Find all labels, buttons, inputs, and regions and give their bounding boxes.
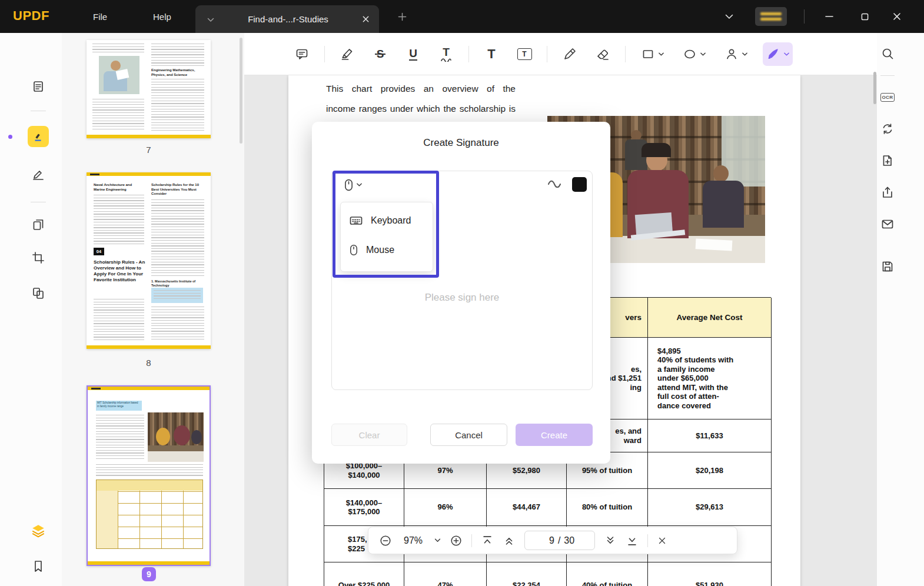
stroke-style-icon[interactable]: [547, 179, 563, 190]
comment-tools-icon[interactable]: [28, 126, 49, 147]
zoombar-divider: [647, 534, 648, 547]
first-page-button[interactable]: [481, 534, 494, 547]
titlebar-chevron-icon[interactable]: [720, 8, 738, 25]
new-tab-button[interactable]: [393, 8, 411, 25]
zoom-in-button[interactable]: [450, 534, 463, 547]
bookmark-icon[interactable]: [28, 555, 49, 577]
thumb7-footer-strip: [87, 135, 211, 138]
document-tab[interactable]: Find-and-...r-Studies: [195, 5, 379, 33]
titlebar-divider: [804, 9, 805, 24]
share-icon[interactable]: [877, 182, 898, 203]
right-tool-rail: OCR: [877, 33, 924, 586]
mail-icon[interactable]: [877, 214, 898, 235]
user-account-badge[interactable]: [755, 7, 787, 26]
table-header-avg-net-cost: Average Net Cost: [648, 298, 772, 338]
minimize-button[interactable]: [820, 8, 838, 25]
annotation-toolbar: S U T T T: [244, 33, 877, 75]
last-page-button[interactable]: [626, 534, 639, 547]
compare-icon[interactable]: [877, 118, 898, 139]
chevron-down-icon: [742, 52, 747, 56]
crop-pages-icon[interactable]: [28, 247, 49, 268]
updf-logo: UPDF: [13, 8, 49, 24]
zoom-dropdown-chevron-icon[interactable]: [434, 538, 441, 542]
chevron-down-icon: [784, 52, 789, 56]
create-button[interactable]: Create: [516, 424, 593, 446]
cancel-button[interactable]: Cancel: [430, 424, 507, 446]
export-icon[interactable]: [877, 150, 898, 171]
toolbar-divider: [547, 46, 547, 62]
stamp-tool[interactable]: [721, 42, 751, 66]
thumbnail-page-7[interactable]: Engineering Mathematics, Physics, and Sc…: [87, 40, 211, 138]
chevron-down-icon: [357, 183, 362, 187]
page-separator: /: [558, 535, 560, 546]
page-text-line: This chart provides an overview of the: [326, 79, 516, 99]
dropdown-item-keyboard[interactable]: Keyboard: [341, 206, 433, 235]
rectangle-shape-tool[interactable]: [637, 42, 667, 66]
text-icon[interactable]: T: [481, 44, 502, 65]
dropdown-item-mouse[interactable]: Mouse: [341, 235, 433, 265]
signature-tool[interactable]: [763, 42, 793, 66]
tab-title: Find-and-...r-Studies: [214, 14, 362, 24]
next-page-button[interactable]: [604, 534, 617, 547]
file-menu[interactable]: File: [82, 0, 118, 33]
page-indicator: / 30: [524, 531, 595, 550]
rail-divider: [31, 202, 46, 202]
previous-page-button[interactable]: [503, 534, 516, 547]
reader-view-icon[interactable]: [28, 76, 49, 97]
thumb7-heading: Engineering Mathematics, Physics, and Sc…: [151, 68, 205, 77]
ocr-icon[interactable]: OCR: [877, 86, 898, 108]
rail-divider: [880, 75, 895, 76]
thumbnail-page-8[interactable]: Naval Architecture and Marine Engineerin…: [87, 172, 211, 349]
textbox-glyph: T: [517, 48, 532, 60]
squiggly-underline-icon[interactable]: T: [436, 44, 457, 65]
titlebar: UPDF File Help Find-and-...r-Studies: [0, 0, 924, 33]
toolbar-divider: [625, 46, 626, 62]
thumbnail-scrollbar[interactable]: [240, 38, 242, 144]
signature-pen-icon: [766, 47, 780, 61]
underline-icon[interactable]: U: [403, 44, 424, 65]
dropdown-item-label: Mouse: [366, 245, 394, 255]
signature-color-swatch[interactable]: [572, 177, 587, 192]
strikethrough-icon[interactable]: S: [370, 44, 391, 65]
thumb8-label: 8: [87, 358, 211, 368]
thumb8-chapter-badge: 04: [94, 248, 104, 255]
organize-pages-icon[interactable]: [28, 214, 49, 235]
help-menu[interactable]: Help: [142, 0, 182, 33]
thumbnail-page-9[interactable]: MIT Scholarship information based in fam…: [87, 385, 211, 566]
tab-close-icon[interactable]: [362, 15, 370, 23]
close-zoombar-button[interactable]: [657, 535, 667, 546]
thumb8-right-heading: Scholarship Rules for the 10 Best Univer…: [151, 183, 205, 197]
thumb8-left-heading: Naval Architecture and Marine Engineerin…: [94, 183, 144, 192]
thumb9-callout: MIT Scholarship information based in fam…: [96, 401, 142, 411]
toolbar-divider: [324, 46, 325, 62]
thumb7-label: 7: [87, 145, 211, 155]
ellipse-shape-tool[interactable]: [679, 42, 709, 66]
save-icon[interactable]: [877, 256, 898, 277]
page-number-input[interactable]: [545, 535, 554, 546]
keyboard-icon: [350, 216, 363, 225]
create-signature-dialog: Create Signature Please sign here Keyboa…: [312, 122, 610, 464]
comment-icon[interactable]: [291, 44, 313, 65]
extract-pages-icon[interactable]: [28, 282, 49, 304]
zoom-out-button[interactable]: [379, 534, 392, 547]
zoom-level: 97%: [401, 535, 426, 546]
clear-button[interactable]: Clear: [331, 424, 407, 446]
tab-dropdown-chevron-icon[interactable]: [207, 14, 214, 24]
pencil-icon[interactable]: [559, 44, 580, 65]
text-box-icon[interactable]: T: [514, 44, 535, 65]
maximize-button[interactable]: [856, 8, 873, 25]
text-glyph: T: [487, 48, 495, 61]
input-mode-button[interactable]: [339, 176, 367, 194]
layers-icon[interactable]: [28, 520, 49, 541]
edit-tools-icon[interactable]: [28, 164, 49, 185]
chevron-down-icon: [659, 52, 664, 56]
rail-divider: [31, 111, 46, 111]
eraser-icon[interactable]: [592, 44, 613, 65]
document-scrollbar[interactable]: [873, 72, 876, 104]
dialog-title: Create Signature: [312, 137, 610, 149]
close-button[interactable]: [888, 8, 906, 25]
toolbar-divider: [468, 46, 469, 62]
highlighter-icon[interactable]: [337, 44, 358, 65]
search-icon[interactable]: [877, 43, 898, 64]
ocr-label: OCR: [880, 93, 895, 102]
